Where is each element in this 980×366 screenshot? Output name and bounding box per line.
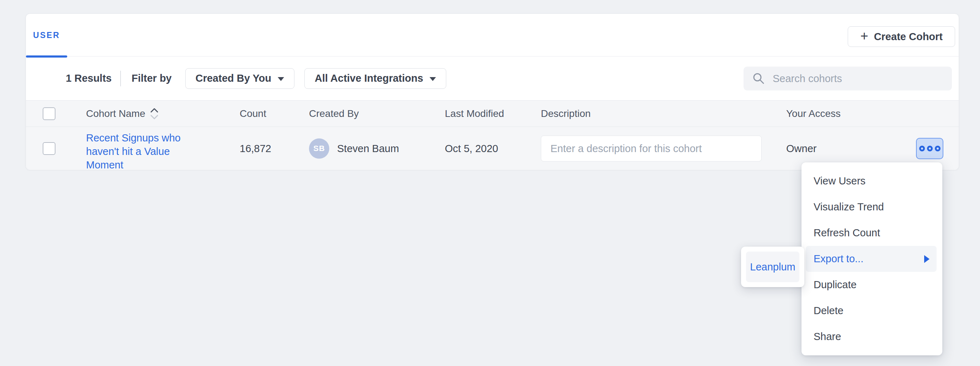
header-cohort-name[interactable]: Cohort Name [86,106,159,121]
menu-item-duplicate[interactable]: Duplicate [802,272,942,298]
results-count: 1 Results [66,73,111,84]
tab-bar: USER + Create Cohort [26,14,959,57]
menu-item-view-users[interactable]: View Users [802,168,942,194]
access-value: Owner [786,143,816,154]
search-input[interactable] [773,73,943,84]
created-by-dropdown-label: Created By You [196,73,271,84]
cohort-name-link[interactable]: Recent Signups who haven't hit a Value M… [86,131,186,172]
filter-bar: 1 Results Filter by Created By You All A… [26,57,959,100]
search-box[interactable] [743,67,952,90]
header-last-modified: Last Modified [445,108,504,119]
menu-item-export-to[interactable]: Export to... [806,246,937,272]
header-cohort-name-label: Cohort Name [86,108,145,119]
row-checkbox[interactable] [43,142,56,155]
menu-item-refresh-count[interactable]: Refresh Count [802,220,942,246]
created-by-dropdown[interactable]: Created By You [185,68,294,89]
kebab-icon [935,146,940,151]
row-actions-menu: View Users Visualize Trend Refresh Count… [802,162,942,355]
filter-by-label: Filter by [132,73,172,84]
menu-item-share[interactable]: Share [802,324,942,350]
header-count: Count [240,108,266,119]
last-modified-date: Oct 5, 2020 [445,143,498,154]
creator-name: Steven Baum [337,143,399,154]
submenu-arrow-icon [924,255,929,263]
chevron-down-icon [278,77,284,81]
submenu-item-leanplum[interactable]: Leanplum [746,252,799,282]
header-description: Description [541,108,591,119]
tab-user-label: USER [33,30,60,40]
table-header-row: Cohort Name Count Created By Last Modifi… [26,100,959,127]
plus-icon: + [860,29,868,43]
cohorts-panel: USER + Create Cohort 1 Results Filter by… [25,14,959,170]
create-cohort-label: Create Cohort [874,31,943,43]
cohort-count: 16,872 [240,143,271,154]
tab-user[interactable]: USER [26,14,67,57]
creator-cell: SB Steven Baum [309,138,399,158]
search-icon [752,72,765,85]
avatar: SB [309,138,329,158]
create-cohort-button[interactable]: + Create Cohort [848,26,955,47]
export-submenu: Leanplum [741,247,804,287]
integrations-dropdown[interactable]: All Active Integrations [304,68,446,89]
integrations-dropdown-label: All Active Integrations [315,73,423,84]
sort-icon [150,106,159,121]
kebab-icon [919,146,925,151]
divider [120,71,121,86]
row-actions-button[interactable] [916,138,943,159]
chevron-down-icon [430,77,436,81]
menu-item-delete[interactable]: Delete [802,298,942,324]
description-input[interactable] [541,135,762,161]
header-created-by: Created By [309,108,359,119]
menu-item-export-to-label: Export to... [814,253,863,265]
kebab-icon [927,146,933,151]
header-your-access: Your Access [786,108,841,119]
select-all-checkbox[interactable] [43,107,56,120]
menu-item-visualize-trend[interactable]: Visualize Trend [802,194,942,220]
